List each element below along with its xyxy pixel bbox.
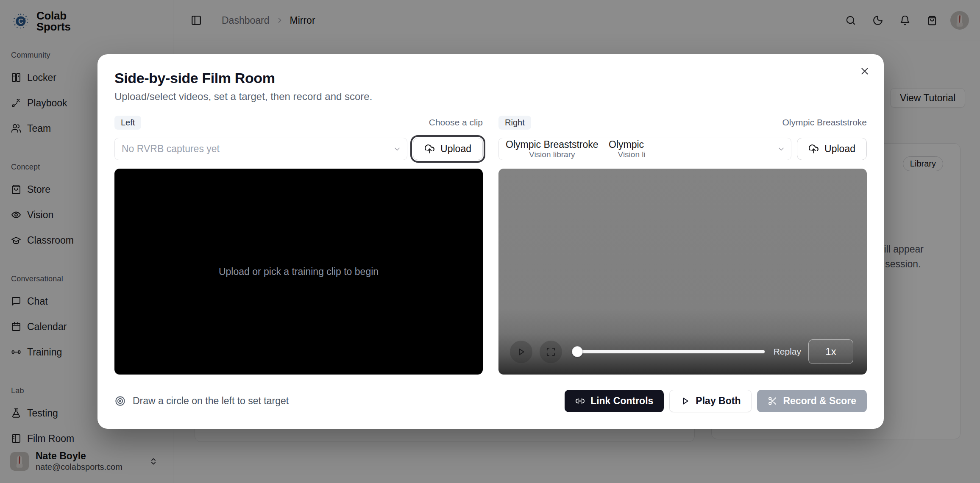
close-icon[interactable] [859,65,871,77]
replay-label: Replay [774,347,801,357]
target-hint: Draw a circle on the left to set target [114,395,289,407]
left-clip-select[interactable]: No RVRB captures yet [114,138,407,160]
right-badge: Right [498,116,531,130]
seek-track [572,350,765,353]
film-room-modal: Side-by-side Film Room Upload/select vid… [97,54,884,429]
play-icon[interactable] [510,341,532,363]
right-video-player[interactable]: Replay 1x [498,169,867,375]
player-controls: Replay 1x [498,329,867,375]
left-select-placeholder: No RVRB captures yet [122,143,220,155]
chevron-down-icon [393,145,401,153]
left-badge: Left [114,116,141,130]
modal-title: Side-by-side Film Room [114,69,867,86]
left-video-placeholder: Upload or pick a training clip to begin [219,266,379,278]
scissors-icon [768,396,777,406]
link-icon [575,396,585,406]
left-video-canvas[interactable]: Upload or pick a training clip to begin [114,169,483,375]
footer-actions: Link Controls Play Both Record & Score [565,390,867,412]
modal-subtitle: Upload/select videos, set a target, then… [114,90,867,103]
left-hint: Choose a clip [429,117,483,128]
clip-option-next: Olympic Vision library [608,139,645,159]
modal-footer: Draw a circle on the left to set target … [114,390,867,412]
left-column: Left Choose a clip No RVRB captures yet … [114,115,483,375]
playback-speed-button[interactable]: 1x [808,339,853,364]
right-hint: Olympic Breaststroke [782,117,867,128]
seek-slider[interactable] [572,346,765,357]
clip-option-selected: Olympic Breaststroke Vision library [506,139,599,159]
right-upload-button[interactable]: Upload [797,138,867,160]
play-both-button[interactable]: Play Both [669,390,752,412]
link-controls-button[interactable]: Link Controls [565,390,664,412]
chevron-down-icon [777,145,785,153]
upload-cloud-icon [424,144,435,154]
right-column: Right Olympic Breaststroke Olympic Breas… [498,115,867,375]
left-upload-button[interactable]: Upload [413,138,483,160]
target-icon [114,395,126,407]
record-score-button[interactable]: Record & Score [757,390,867,412]
play-icon [680,396,690,406]
upload-cloud-icon [808,144,819,154]
fullscreen-icon[interactable] [540,341,562,363]
target-hint-text: Draw a circle on the left to set target [133,395,289,407]
seek-thumb[interactable] [572,346,583,357]
right-clip-select[interactable]: Olympic Breaststroke Vision library Olym… [498,138,791,160]
